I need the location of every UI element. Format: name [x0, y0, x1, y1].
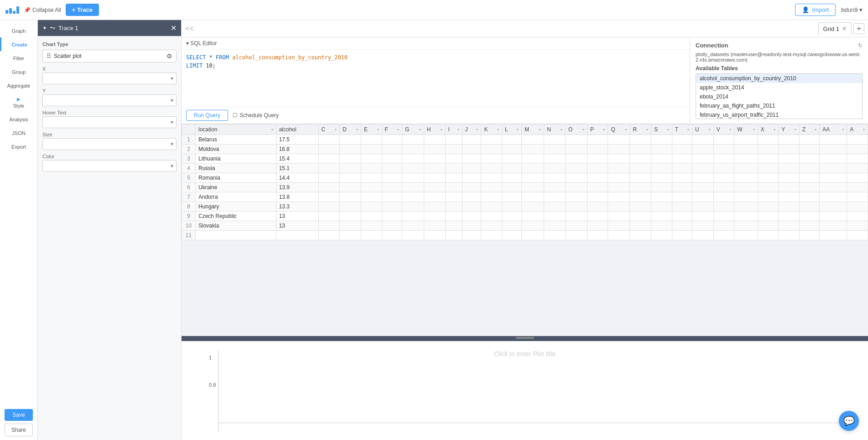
- sql-editor-body[interactable]: SELECT * FROM alcohol_consumption_by_cou…: [182, 50, 690, 107]
- cell-empty[interactable]: [630, 135, 651, 145]
- cell-empty[interactable]: [565, 145, 587, 154]
- cell-empty[interactable]: [608, 192, 630, 202]
- table-item[interactable]: february_us_airport_traffic_2011: [696, 110, 862, 119]
- cell-empty[interactable]: [402, 154, 424, 164]
- cell-empty[interactable]: [820, 221, 847, 231]
- cell-empty[interactable]: [651, 135, 672, 145]
- col-header-J[interactable]: J▾: [462, 124, 481, 135]
- cell-alcohol[interactable]: [276, 231, 318, 240]
- cell-empty[interactable]: [630, 164, 651, 173]
- cell-empty[interactable]: [820, 212, 847, 221]
- cell-empty[interactable]: [672, 192, 692, 202]
- sidebar-item-graph[interactable]: Graph: [0, 24, 37, 37]
- sidebar-item-create[interactable]: Create: [0, 37, 37, 51]
- cell-empty[interactable]: [630, 154, 651, 164]
- cell-empty[interactable]: [565, 173, 587, 183]
- save-button[interactable]: Save: [5, 409, 33, 421]
- cell-empty[interactable]: [758, 221, 779, 231]
- cell-empty[interactable]: [847, 212, 868, 221]
- cell-empty[interactable]: [713, 212, 734, 221]
- cell-empty[interactable]: [847, 183, 868, 192]
- cell-empty[interactable]: [522, 183, 544, 192]
- cell-empty[interactable]: [692, 212, 713, 221]
- schedule-query[interactable]: ☐ Schedule Query: [233, 112, 279, 119]
- cell-empty[interactable]: [779, 154, 800, 164]
- chat-button[interactable]: 💬: [839, 411, 859, 431]
- cell-empty[interactable]: [630, 212, 651, 221]
- cell-empty[interactable]: [565, 231, 587, 240]
- col-sort-icon[interactable]: ▾: [687, 128, 689, 132]
- cell-location[interactable]: [196, 231, 276, 240]
- col-header-X[interactable]: X▾: [758, 124, 779, 135]
- cell-empty[interactable]: [820, 231, 847, 240]
- col-header-V[interactable]: V▾: [713, 124, 734, 135]
- cell-empty[interactable]: [734, 145, 758, 154]
- cell-empty[interactable]: [587, 183, 608, 192]
- cell-empty[interactable]: [318, 173, 340, 183]
- cell-empty[interactable]: [502, 164, 521, 173]
- col-header-C[interactable]: C▾: [318, 124, 340, 135]
- cell-empty[interactable]: [758, 145, 779, 154]
- cell-empty[interactable]: [587, 192, 608, 202]
- cell-empty[interactable]: [462, 221, 481, 231]
- cell-empty[interactable]: [481, 145, 502, 154]
- col-header-S[interactable]: S▾: [651, 124, 672, 135]
- cell-empty[interactable]: [340, 192, 361, 202]
- cell-empty[interactable]: [402, 202, 424, 212]
- cell-empty[interactable]: [713, 164, 734, 173]
- cell-empty[interactable]: [820, 145, 847, 154]
- chart-type-selector[interactable]: ⠿ Scatter plot ⚙: [42, 50, 177, 62]
- cell-empty[interactable]: [651, 221, 672, 231]
- cell-empty[interactable]: [565, 221, 587, 231]
- cell-empty[interactable]: [734, 164, 758, 173]
- cell-empty[interactable]: [779, 145, 800, 154]
- cell-empty[interactable]: [734, 231, 758, 240]
- col-header-L[interactable]: L▾: [502, 124, 521, 135]
- cell-empty[interactable]: [481, 192, 502, 202]
- col-sort-icon[interactable]: ▾: [603, 128, 605, 132]
- cell-empty[interactable]: [734, 212, 758, 221]
- cell-empty[interactable]: [758, 212, 779, 221]
- col-header-Z[interactable]: Z▾: [799, 124, 819, 135]
- cell-empty[interactable]: [502, 231, 521, 240]
- cell-empty[interactable]: [402, 145, 424, 154]
- cell-location[interactable]: Ukraine: [196, 183, 276, 192]
- cell-empty[interactable]: [587, 221, 608, 231]
- cell-empty[interactable]: [424, 221, 445, 231]
- cell-empty[interactable]: [758, 154, 779, 164]
- cell-empty[interactable]: [462, 145, 481, 154]
- cell-empty[interactable]: [318, 231, 340, 240]
- cell-empty[interactable]: [672, 231, 692, 240]
- cell-empty[interactable]: [462, 212, 481, 221]
- col-sort-icon[interactable]: ▾: [457, 128, 459, 132]
- col-sort-icon[interactable]: ▾: [441, 128, 442, 132]
- cell-empty[interactable]: [758, 202, 779, 212]
- cell-empty[interactable]: [608, 231, 630, 240]
- add-trace-button[interactable]: + Trace: [66, 4, 99, 16]
- cell-empty[interactable]: [587, 135, 608, 145]
- cell-empty[interactable]: [779, 192, 800, 202]
- cell-empty[interactable]: [799, 145, 819, 154]
- cell-empty[interactable]: [361, 183, 382, 192]
- cell-empty[interactable]: [692, 192, 713, 202]
- cell-empty[interactable]: [340, 145, 361, 154]
- col-sort-icon[interactable]: ▾: [271, 128, 273, 132]
- cell-empty[interactable]: [382, 164, 402, 173]
- cell-empty[interactable]: [779, 231, 800, 240]
- col-header-Q[interactable]: Q▾: [608, 124, 630, 135]
- cell-empty[interactable]: [424, 212, 445, 221]
- cell-empty[interactable]: [445, 145, 462, 154]
- cell-empty[interactable]: [651, 183, 672, 192]
- cell-empty[interactable]: [462, 183, 481, 192]
- cell-empty[interactable]: [758, 173, 779, 183]
- col-sort-icon[interactable]: ▾: [419, 128, 421, 132]
- field-select-y[interactable]: ▾: [42, 94, 177, 106]
- cell-empty[interactable]: [587, 173, 608, 183]
- cell-empty[interactable]: [522, 135, 544, 145]
- col-sort-icon[interactable]: ▾: [795, 128, 796, 132]
- cell-empty[interactable]: [734, 154, 758, 164]
- sidebar-item-analysis[interactable]: Analysis: [0, 112, 37, 126]
- cell-empty[interactable]: [544, 231, 566, 240]
- cell-empty[interactable]: [361, 135, 382, 145]
- cell-empty[interactable]: [779, 164, 800, 173]
